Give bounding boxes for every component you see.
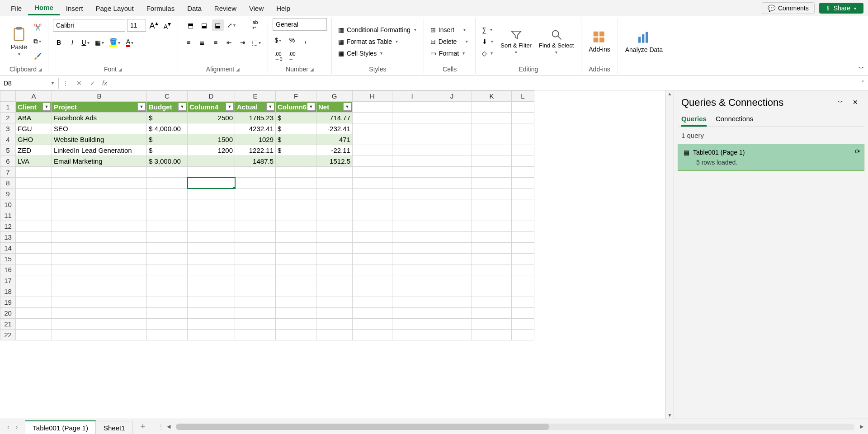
cell[interactable] [52, 308, 147, 319]
cell[interactable] [353, 113, 392, 123]
addins-button[interactable]: Add-ins [586, 28, 613, 55]
format-as-table-button[interactable]: ▦Format as Table▾ [336, 37, 419, 46]
decrease-font-button[interactable]: A▾ [161, 19, 173, 32]
cell[interactable] [432, 232, 472, 243]
decrease-decimal-button[interactable]: .00→ [286, 50, 298, 63]
cell[interactable] [235, 297, 276, 308]
cell[interactable] [16, 308, 52, 319]
formula-opts-button[interactable]: ⋮ [59, 80, 72, 87]
cell[interactable]: $ [276, 113, 316, 123]
cell[interactable] [235, 178, 276, 189]
row-header[interactable]: 3 [0, 123, 16, 134]
row-header[interactable]: 5 [0, 145, 16, 156]
cell[interactable] [472, 319, 512, 330]
borders-button[interactable]: ▦▾ [94, 37, 106, 48]
cell[interactable]: 1500 [188, 134, 235, 145]
cell[interactable] [472, 297, 512, 308]
cell[interactable] [188, 199, 235, 210]
cell[interactable] [147, 319, 188, 330]
insert-cells-button[interactable]: ⊞Insert▾ [429, 25, 471, 34]
cell[interactable] [52, 243, 147, 254]
cell[interactable] [188, 264, 235, 275]
cell[interactable] [147, 254, 188, 264]
column-header[interactable]: A [16, 91, 52, 102]
cell[interactable]: $ [147, 145, 188, 156]
cell[interactable]: 1200 [188, 145, 235, 156]
cell[interactable] [188, 167, 235, 178]
cell[interactable] [276, 199, 316, 210]
cell[interactable] [512, 330, 534, 340]
row-header[interactable]: 18 [0, 286, 16, 297]
cell[interactable] [16, 167, 52, 178]
collapse-ribbon-button[interactable]: ﹀ [858, 65, 864, 73]
cell[interactable] [316, 210, 353, 221]
cell[interactable] [512, 113, 534, 123]
cell[interactable] [512, 308, 534, 319]
cell[interactable] [472, 134, 512, 145]
cell[interactable] [392, 134, 432, 145]
cell[interactable] [188, 210, 235, 221]
cell[interactable] [392, 113, 432, 123]
percent-format-button[interactable]: % [286, 34, 298, 46]
cell[interactable] [235, 264, 276, 275]
cell[interactable]: 714.77 [316, 113, 353, 123]
cell[interactable] [392, 210, 432, 221]
scroll-thumb[interactable] [176, 424, 549, 430]
cell[interactable] [235, 254, 276, 264]
column-header[interactable]: B [52, 91, 147, 102]
increase-indent-button[interactable]: ⇥ [237, 37, 249, 48]
cell[interactable] [276, 297, 316, 308]
table-header-cell[interactable]: Budget▼ [147, 102, 188, 113]
cell[interactable] [147, 297, 188, 308]
find-select-button[interactable]: Find & Select▾ [536, 27, 576, 57]
cell[interactable] [472, 123, 512, 134]
accounting-format-button[interactable]: $▾ [273, 34, 284, 46]
cell[interactable]: 4232.41 [235, 123, 276, 134]
cell[interactable] [353, 199, 392, 210]
cell[interactable] [188, 221, 235, 232]
cell[interactable] [188, 319, 235, 330]
cell[interactable] [472, 308, 512, 319]
tab-home[interactable]: Home [28, 1, 60, 15]
enter-formula-button[interactable]: ✓ [86, 80, 99, 87]
cell[interactable] [52, 330, 147, 340]
cell[interactable] [472, 243, 512, 254]
cell[interactable]: GHO [16, 134, 52, 145]
scroll-right-icon[interactable]: ▶ [860, 424, 863, 429]
cell[interactable] [353, 145, 392, 156]
cell[interactable] [472, 199, 512, 210]
cell[interactable] [432, 308, 472, 319]
cell[interactable] [147, 189, 188, 199]
cell[interactable] [392, 330, 432, 340]
cell[interactable] [432, 264, 472, 275]
row-header[interactable]: 19 [0, 297, 16, 308]
scroll-split-icon[interactable]: ⋮ [158, 423, 164, 430]
cell[interactable] [16, 254, 52, 264]
tab-formulas[interactable]: Formulas [140, 2, 181, 15]
cell[interactable] [353, 308, 392, 319]
cell[interactable] [147, 243, 188, 254]
cell[interactable] [316, 254, 353, 264]
cell[interactable] [472, 221, 512, 232]
cell[interactable] [52, 199, 147, 210]
add-sheet-button[interactable]: ＋ [132, 418, 153, 434]
cell[interactable] [276, 319, 316, 330]
cell[interactable] [316, 297, 353, 308]
fx-icon[interactable]: fx [99, 80, 110, 87]
cell[interactable]: 471 [316, 134, 353, 145]
cell[interactable] [472, 145, 512, 156]
sheet-tab-active[interactable]: Table001 (Page 1) [25, 420, 96, 434]
cell[interactable] [316, 221, 353, 232]
cell[interactable] [392, 286, 432, 297]
cell[interactable] [188, 232, 235, 243]
format-cells-button[interactable]: ▭Format▾ [429, 49, 471, 58]
cell[interactable] [276, 156, 316, 167]
cell[interactable] [472, 178, 512, 189]
underline-button[interactable]: U▾ [80, 37, 92, 48]
cell[interactable] [235, 330, 276, 340]
cell[interactable] [512, 156, 534, 167]
cell[interactable]: -232.41 [316, 123, 353, 134]
cell[interactable] [353, 123, 392, 134]
cell[interactable] [392, 319, 432, 330]
cell[interactable] [147, 199, 188, 210]
